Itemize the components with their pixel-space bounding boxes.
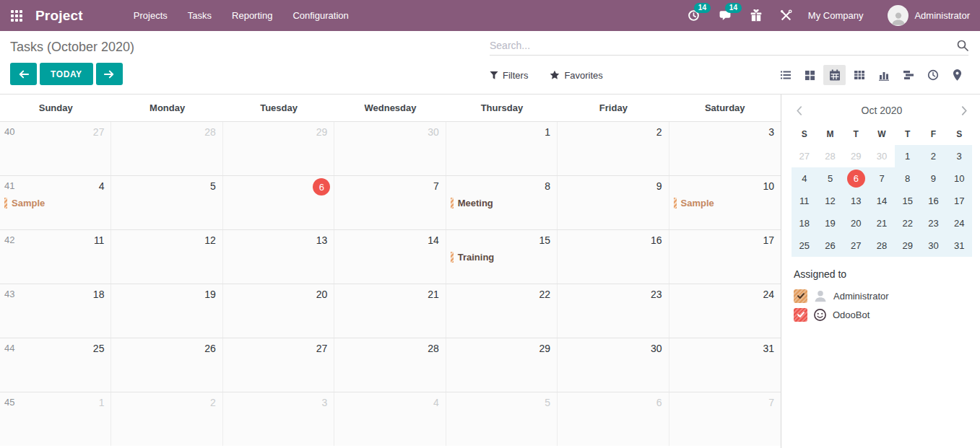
calendar-day-cell[interactable]: 15Training (446, 230, 558, 284)
mini-calendar-next-icon[interactable] (961, 106, 968, 115)
mini-calendar-day[interactable]: 29 (895, 234, 921, 257)
today-button[interactable]: TODAY (40, 63, 93, 85)
calendar-day-cell[interactable]: 3 (223, 392, 334, 446)
mini-calendar-day[interactable]: 1 (895, 145, 921, 167)
calendar-day-cell[interactable]: 30 (558, 338, 669, 392)
calendar-day-cell[interactable]: 21 (334, 284, 446, 338)
calendar-day-cell[interactable]: 28 (111, 122, 222, 175)
graph-view-icon[interactable] (872, 65, 895, 85)
menu-reporting[interactable]: Reporting (222, 1, 282, 30)
calendar-day-cell[interactable]: 414Sample (0, 176, 111, 229)
menu-projects[interactable]: Projects (123, 1, 178, 30)
calendar-day-cell[interactable]: 13 (223, 230, 334, 284)
calendar-day-cell[interactable]: 9 (558, 176, 669, 229)
calendar-day-cell[interactable]: 16 (558, 230, 669, 284)
odoobot-checkbox[interactable] (794, 308, 807, 322)
assignee-odoobot[interactable]: OdooBot (794, 305, 972, 324)
filters-button[interactable]: Filters (490, 70, 528, 81)
mini-calendar-day[interactable]: 14 (869, 190, 895, 212)
kanban-view-icon[interactable] (799, 65, 821, 85)
calendar-event[interactable]: Meeting (451, 197, 552, 209)
calendar-event[interactable]: Training (451, 251, 552, 263)
mini-calendar-day[interactable]: 22 (895, 212, 921, 234)
mini-calendar-day[interactable]: 15 (895, 190, 921, 212)
calendar-day-cell[interactable]: 4027 (0, 122, 111, 175)
mini-calendar-day[interactable]: 4 (792, 167, 818, 190)
mini-calendar-day[interactable]: 2 (921, 145, 947, 167)
mini-calendar-day[interactable]: 3 (946, 145, 972, 167)
previous-period-button[interactable] (10, 63, 37, 85)
calendar-day-cell[interactable]: 4425 (0, 338, 111, 392)
mini-calendar-day[interactable]: 5 (818, 167, 844, 190)
mini-calendar-prev-icon[interactable] (796, 106, 802, 115)
calendar-day-cell[interactable]: 20 (223, 284, 334, 338)
gantt-view-icon[interactable] (897, 65, 919, 85)
calendar-day-cell[interactable]: 451 (0, 392, 111, 446)
apps-menu-icon[interactable] (11, 10, 22, 22)
mini-calendar-title[interactable]: Oct 2020 (862, 105, 903, 116)
developer-tools-icon[interactable] (780, 9, 792, 22)
mini-calendar-day[interactable]: 11 (792, 190, 818, 212)
calendar-day-cell[interactable]: 22 (446, 284, 558, 338)
calendar-day-cell[interactable]: 4211 (0, 230, 111, 284)
calendar-day-cell[interactable]: 7 (669, 392, 781, 446)
mini-calendar-day[interactable]: 8 (895, 167, 921, 190)
calendar-day-cell[interactable]: 28 (334, 338, 446, 392)
calendar-event[interactable]: Sample (674, 197, 776, 209)
mini-calendar-day[interactable]: 25 (792, 234, 818, 257)
mini-calendar-day[interactable]: 23 (921, 212, 947, 234)
mini-calendar-day[interactable]: 26 (818, 234, 844, 257)
search-input[interactable] (490, 40, 957, 51)
calendar-day-cell[interactable]: 29 (223, 122, 334, 175)
calendar-day-cell[interactable]: 6 (558, 392, 669, 446)
calendar-day-cell[interactable]: 8Meeting (446, 176, 558, 229)
mini-calendar-day[interactable]: 29 (843, 145, 869, 167)
menu-configuration[interactable]: Configuration (282, 1, 358, 30)
calendar-day-cell[interactable]: 14 (334, 230, 446, 284)
mini-calendar-day[interactable]: 16 (921, 190, 947, 212)
menu-tasks[interactable]: Tasks (178, 1, 222, 30)
pivot-view-icon[interactable] (848, 65, 870, 85)
calendar-view-icon[interactable] (823, 65, 846, 85)
calendar-day-cell[interactable]: 4 (334, 392, 446, 446)
calendar-day-cell[interactable]: 17 (669, 230, 781, 284)
mini-calendar-day[interactable]: 27 (792, 145, 818, 167)
calendar-day-cell[interactable]: 4318 (0, 284, 111, 338)
calendar-day-cell[interactable]: 2 (111, 392, 222, 446)
mini-calendar-day[interactable]: 27 (843, 234, 869, 257)
calendar-event[interactable]: Sample (4, 197, 106, 209)
calendar-day-cell[interactable]: 7 (334, 176, 446, 229)
mini-calendar-day[interactable]: 24 (946, 212, 972, 234)
mini-calendar-day[interactable]: 17 (946, 190, 972, 212)
user-avatar[interactable] (888, 5, 909, 26)
mini-calendar-day[interactable]: 7 (869, 167, 895, 190)
calendar-day-cell[interactable]: 5 (111, 176, 222, 229)
mini-calendar-day[interactable]: 28 (818, 145, 844, 167)
search-icon[interactable] (957, 40, 968, 51)
mini-calendar-day[interactable]: 19 (818, 212, 844, 234)
calendar-day-cell[interactable]: 30 (334, 122, 446, 175)
map-view-icon[interactable] (946, 65, 968, 85)
calendar-day-cell[interactable]: 27 (223, 338, 334, 392)
calendar-day-cell[interactable]: 24 (669, 284, 781, 338)
mini-calendar-day[interactable]: 10 (946, 167, 972, 190)
mini-calendar-day[interactable]: 18 (792, 212, 818, 234)
mini-calendar-day[interactable]: 30 (869, 145, 895, 167)
app-title[interactable]: Project (35, 8, 83, 24)
calendar-day-cell[interactable]: 19 (111, 284, 222, 338)
mini-calendar-day[interactable]: 12 (818, 190, 844, 212)
favorites-button[interactable]: Favorites (550, 70, 602, 81)
calendar-day-cell[interactable]: 5 (446, 392, 558, 446)
calendar-day-cell[interactable]: 1 (446, 122, 558, 175)
mini-calendar-day[interactable]: 20 (843, 212, 869, 234)
activity-view-icon[interactable] (922, 65, 944, 85)
calendar-day-cell[interactable]: 29 (446, 338, 558, 392)
mini-calendar-day[interactable]: 28 (869, 234, 895, 257)
calendar-day-cell[interactable]: 12 (111, 230, 222, 284)
mini-calendar-day[interactable]: 30 (921, 234, 947, 257)
next-period-button[interactable] (96, 63, 123, 85)
calendar-day-cell[interactable]: 31 (669, 338, 781, 392)
list-view-icon[interactable] (774, 65, 797, 85)
mini-calendar-day[interactable]: 6 (843, 167, 869, 190)
activity-menu-button[interactable]: 14 (688, 9, 700, 22)
